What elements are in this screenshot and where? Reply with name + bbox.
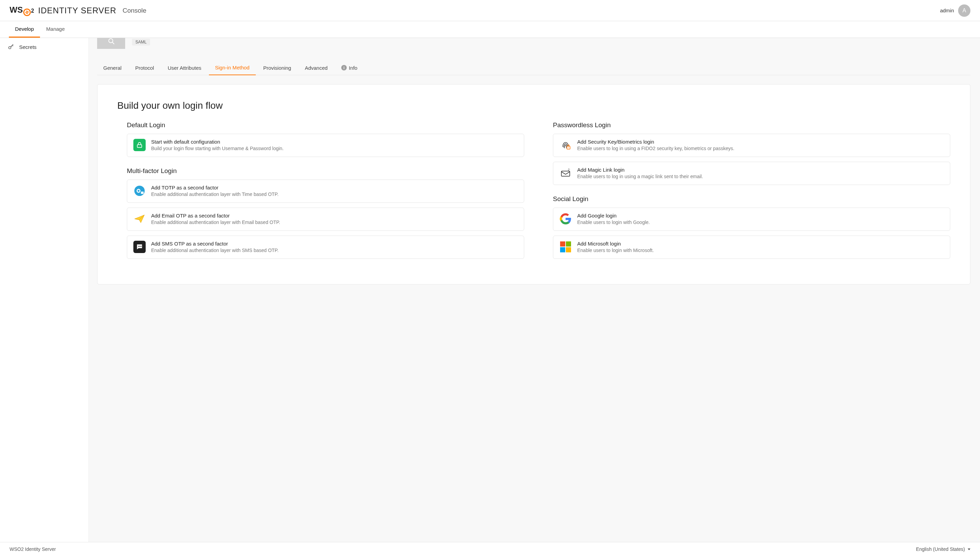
workspace: Secrets SAML General Protocol [0,38,980,542]
svg-point-9 [140,246,142,247]
google-icon [559,213,572,225]
signin-method-panel: Build your own login flow Default Login [97,84,970,284]
option-fido[interactable]: Add Security Key/Biometrics login Enable… [553,134,950,157]
section-default-login: Default Login [127,121,524,129]
app-header: WS2 IDENTITY SERVER Console admin A [0,0,980,21]
tab-manage-label: Manage [46,26,65,32]
option-desc: Enable users to login with Microsoft. [577,247,654,254]
sms-icon [133,241,146,253]
tab-develop[interactable]: Develop [9,21,40,37]
product-suffix: Console [123,7,146,15]
microsoft-icon [559,241,572,253]
svg-rect-12 [562,171,570,176]
option-desc: Enable users to log in using a magic lin… [577,173,703,180]
sidebar-item-secrets[interactable]: Secrets [0,40,89,54]
wso2-logo: WS2 [10,5,34,16]
subtab-signin-method[interactable]: Sign-in Method [209,60,256,75]
tab-develop-label: Develop [15,26,34,32]
protocol-badge: SAML [132,39,150,45]
option-default-config[interactable]: Start with default configuration Build y… [127,134,524,157]
sidebar: Secrets [0,38,89,542]
magic-link-icon [559,167,572,179]
app-footer: WSO2 Identity Server English (United Sta… [0,542,980,556]
section-mfa: Multi-factor Login [127,167,524,175]
option-microsoft[interactable]: Add Microsoft login Enable users to logi… [553,236,950,259]
option-totp[interactable]: Add TOTP as a second factor Enable addit… [127,179,524,203]
svg-point-8 [139,246,140,247]
paper-plane-icon [133,213,146,225]
username-label: admin [940,8,954,13]
primary-nav: Develop Manage [0,21,980,38]
option-email-otp[interactable]: Add Email OTP as a second factor Enable … [127,208,524,231]
option-desc: Enable additional authentication layer w… [151,219,280,226]
svg-rect-6 [141,191,144,194]
fingerprint-icon [559,139,572,151]
option-title: Add Google login [577,213,650,218]
user-avatar[interactable]: A [958,5,970,17]
option-desc: Enable additional authentication layer w… [151,247,279,254]
panel-title: Build your own login flow [117,100,950,111]
user-menu[interactable]: admin A [940,5,970,17]
subtab-user-attributes[interactable]: User Attributes [161,60,207,75]
svg-rect-2 [137,145,142,147]
option-desc: Enable additional authentication layer w… [151,191,279,198]
content-scroll[interactable]: SAML General Protocol User Attributes Si… [89,38,980,542]
section-passwordless: Passwordless Login [553,121,950,129]
option-title: Add TOTP as a second factor [151,185,279,191]
subtab-protocol[interactable]: Protocol [129,60,160,75]
language-selector[interactable]: English (United States) [916,546,970,552]
option-title: Add Security Key/Biometrics login [577,139,735,145]
svg-point-7 [138,246,139,247]
key-icon [8,44,15,50]
subtab-advanced[interactable]: Advanced [299,60,334,75]
info-icon: i [341,65,347,70]
svg-point-5 [137,190,139,192]
subtab-provisioning[interactable]: Provisioning [257,60,297,75]
svg-point-11 [568,147,569,148]
language-label: English (United States) [916,546,965,552]
option-title: Start with default configuration [151,139,284,145]
subtab-general[interactable]: General [97,60,128,75]
option-desc: Enable users to login with Google. [577,219,650,226]
product-name: IDENTITY SERVER [38,6,116,15]
app-subtabs: General Protocol User Attributes Sign-in… [97,60,970,75]
option-title: Add Email OTP as a second factor [151,213,280,218]
app-avatar [97,38,125,49]
section-social: Social Login [553,195,950,203]
footer-product: WSO2 Identity Server [10,546,56,552]
tab-manage[interactable]: Manage [40,21,71,37]
option-google[interactable]: Add Google login Enable users to login w… [553,208,950,231]
chevron-down-icon [968,548,970,550]
app-header-row: SAML [97,38,970,49]
option-desc: Enable users to log in using a FIDO2 sec… [577,145,735,152]
option-title: Add Microsoft login [577,241,654,247]
sidebar-item-label: Secrets [19,44,37,50]
option-sms-otp[interactable]: Add SMS OTP as a second factor Enable ad… [127,236,524,259]
option-title: Add Magic Link login [577,167,703,173]
option-magic-link[interactable]: Add Magic Link login Enable users to log… [553,162,950,185]
lock-icon [133,139,146,151]
option-desc: Build your login flow starting with User… [151,145,284,152]
totp-icon [133,185,146,197]
subtab-info[interactable]: i Info [335,60,363,75]
option-title: Add SMS OTP as a second factor [151,241,279,247]
brand-block: WS2 IDENTITY SERVER Console [10,5,146,16]
